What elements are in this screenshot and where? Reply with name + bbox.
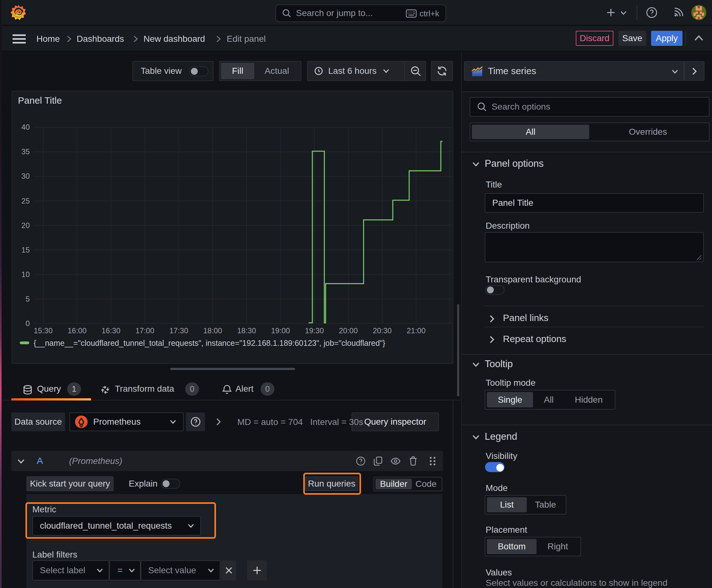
svg-text:0: 0: [25, 319, 29, 328]
svg-text:10: 10: [21, 270, 30, 279]
svg-text:20: 20: [21, 221, 30, 230]
svg-text:19:30: 19:30: [305, 327, 324, 335]
svg-text:30: 30: [21, 172, 30, 180]
svg-text:18:30: 18:30: [237, 327, 256, 335]
svg-text:20:30: 20:30: [373, 327, 391, 335]
svg-text:5: 5: [25, 295, 29, 303]
svg-text:17:00: 17:00: [135, 327, 154, 335]
svg-text:16:00: 16:00: [67, 327, 86, 335]
svg-text:18:00: 18:00: [203, 327, 222, 335]
svg-text:19:00: 19:00: [271, 327, 290, 335]
svg-text:21:00: 21:00: [407, 327, 425, 335]
svg-text:16:30: 16:30: [102, 327, 120, 335]
svg-text:20:00: 20:00: [339, 327, 358, 335]
svg-text:15: 15: [21, 246, 30, 254]
svg-text:40: 40: [21, 123, 30, 131]
svg-text:35: 35: [21, 147, 30, 156]
svg-text:15:30: 15:30: [34, 327, 52, 335]
svg-text:17:30: 17:30: [169, 327, 188, 335]
svg-text:25: 25: [21, 197, 30, 205]
